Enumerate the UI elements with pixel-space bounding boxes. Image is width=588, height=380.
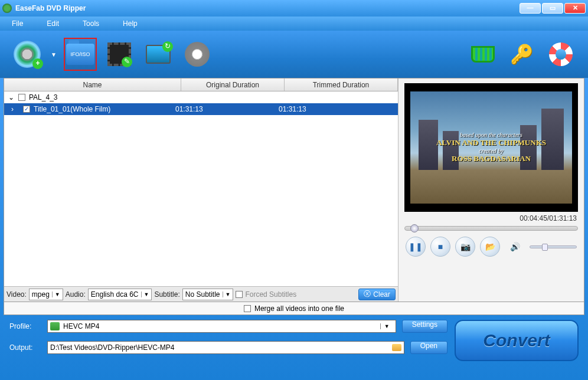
output-row: Output: D:\Test Videos\DVD-Ripper\HEVC-M…: [9, 341, 447, 354]
merge-row: Merge all videos into one file: [4, 302, 584, 315]
preview-pane: based upon the characters ALVIN AND THE …: [398, 78, 584, 302]
close-button[interactable]: ✕: [564, 3, 586, 14]
window-buttons: — ▭ ✕: [520, 3, 586, 14]
load-disc-button[interactable]: [11, 38, 44, 71]
chevron-down-icon: ▼: [141, 291, 149, 297]
volume-slider[interactable]: [530, 245, 577, 248]
video-preview[interactable]: based upon the characters ALVIN AND THE …: [404, 83, 578, 212]
menu-edit[interactable]: Edit: [47, 19, 59, 28]
audio-label: Audio:: [66, 290, 86, 299]
open-output-button[interactable]: Open: [410, 341, 447, 354]
collapse-icon[interactable]: ⌄: [8, 93, 15, 101]
menu-bar: File Edit Tools Help: [0, 17, 588, 31]
stream-controls: Video: mpeg▼ Audio: English dca 6C▼ Subt…: [4, 286, 398, 302]
col-trimmed[interactable]: Trimmed Duration: [285, 78, 398, 91]
menu-help[interactable]: Help: [123, 19, 138, 28]
help-button[interactable]: [544, 38, 577, 71]
minimize-button[interactable]: —: [520, 3, 541, 14]
forced-subtitles-label: Forced Subtitles: [245, 290, 296, 299]
merge-checkbox[interactable]: [244, 305, 251, 312]
chevron-down-icon: ▼: [52, 291, 60, 297]
output-label: Output:: [9, 343, 41, 352]
title-original-duration: 01:31:13: [173, 105, 276, 113]
profile-combo[interactable]: HEVC MP4 ▼: [47, 320, 396, 333]
format-icon: [50, 322, 60, 330]
menu-file[interactable]: File: [12, 19, 23, 28]
subtitle-select[interactable]: No Subtitle▼: [182, 289, 234, 300]
snapshot-button[interactable]: 📷: [455, 237, 475, 257]
title-name: Title_01_01(Whole Film): [34, 105, 110, 113]
disc-add-icon: [14, 41, 41, 68]
maximize-button[interactable]: ▭: [542, 3, 563, 14]
stop-button[interactable]: ■: [430, 237, 450, 257]
menu-tools[interactable]: Tools: [83, 19, 99, 28]
profile-row: Profile: HEVC MP4 ▼ Settings: [9, 320, 447, 333]
chevron-down-icon[interactable]: ▼: [380, 323, 393, 329]
forced-subtitles-checkbox[interactable]: [236, 291, 243, 298]
settings-profile-button[interactable]: Settings: [402, 320, 447, 333]
audio-select[interactable]: English dca 6C▼: [88, 289, 152, 300]
playback-time: 00:04:45/01:31:13: [404, 212, 578, 225]
group-label: PAL_4_3: [29, 93, 58, 101]
title-checkbox[interactable]: [23, 106, 30, 113]
browse-folder-icon[interactable]: [392, 344, 401, 351]
load-ifo-iso-button[interactable]: IFO/ISO: [64, 38, 97, 71]
seek-handle[interactable]: [410, 224, 419, 232]
film-edit-icon: [107, 42, 131, 66]
monitor-refresh-icon: [146, 45, 171, 64]
folder-ifo-icon: IFO/ISO: [66, 44, 94, 65]
refresh-button[interactable]: [142, 38, 175, 71]
volume-icon[interactable]: 🔊: [505, 237, 525, 257]
expand-icon[interactable]: ›: [11, 105, 14, 113]
video-select[interactable]: mpeg▼: [29, 289, 63, 300]
app-title: EaseFab DVD Ripper: [15, 4, 520, 12]
key-icon: 🔑: [510, 42, 534, 66]
settings-button[interactable]: [181, 38, 214, 71]
app-icon: [2, 4, 12, 13]
gear-icon: [185, 42, 210, 67]
playback-controls: ❚❚ ■ 📷 📂 🔊: [404, 237, 578, 257]
clear-button[interactable]: ⓧClear: [358, 289, 396, 300]
output-path[interactable]: D:\Test Videos\DVD-Ripper\HEVC-MP4: [47, 341, 404, 354]
group-checkbox[interactable]: [18, 94, 25, 101]
title-trimmed-duration: 01:31:13: [276, 105, 398, 113]
column-headers: Name Original Duration Trimmed Duration: [4, 78, 398, 91]
group-row[interactable]: ⌄ PAL_4_3: [4, 91, 398, 103]
list-body: ⌄ PAL_4_3 › Title_01_01(Whole Film) 01:3…: [4, 91, 398, 286]
main-area: Name Original Duration Trimmed Duration …: [4, 78, 584, 302]
volume-handle[interactable]: [542, 244, 548, 251]
video-label: Video:: [6, 290, 27, 299]
col-name[interactable]: Name: [4, 78, 181, 91]
pause-button[interactable]: ❚❚: [406, 237, 426, 257]
lifebuoy-icon: [549, 42, 573, 66]
clear-x-icon: ⓧ: [364, 289, 371, 299]
purchase-button[interactable]: [466, 38, 499, 71]
convert-button[interactable]: Convert: [455, 320, 579, 361]
edit-video-button[interactable]: [103, 38, 136, 71]
output-value: D:\Test Videos\DVD-Ripper\HEVC-MP4: [50, 343, 388, 352]
merge-label: Merge all videos into one file: [254, 304, 344, 313]
subtitle-label: Subtitle:: [154, 290, 179, 299]
video-frame-image: based upon the characters ALVIN AND THE …: [410, 91, 572, 204]
profile-label: Profile:: [9, 322, 41, 330]
title-list-pane: Name Original Duration Trimmed Duration …: [4, 78, 398, 302]
bottom-area: Profile: HEVC MP4 ▼ Settings Output: D:\…: [0, 315, 588, 361]
col-original[interactable]: Original Duration: [181, 78, 285, 91]
title-row[interactable]: › Title_01_01(Whole Film) 01:31:13 01:31…: [4, 103, 398, 115]
load-disc-dropdown[interactable]: ▼: [50, 51, 58, 58]
title-bar: EaseFab DVD Ripper — ▭ ✕: [0, 0, 588, 17]
seek-bar[interactable]: [404, 226, 578, 231]
register-button[interactable]: 🔑: [505, 38, 538, 71]
profile-value: HEVC MP4: [63, 322, 377, 330]
basket-icon: [471, 46, 495, 63]
chevron-down-icon: ▼: [223, 291, 231, 297]
toolbar: ▼ IFO/ISO 🔑: [0, 31, 588, 78]
open-folder-button[interactable]: 📂: [480, 237, 500, 257]
